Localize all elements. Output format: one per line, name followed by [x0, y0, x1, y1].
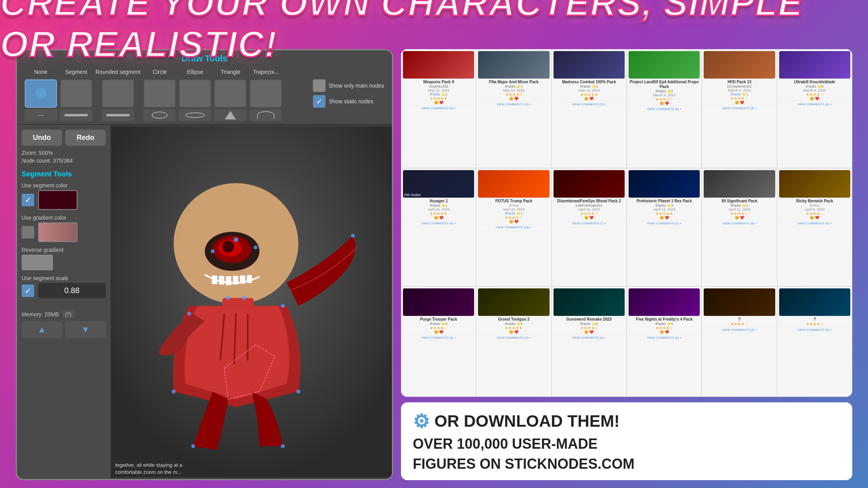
scale-value: 0.88	[38, 283, 106, 298]
card-author-10: iPacks ⭐3	[629, 204, 700, 207]
segment-color-swatch[interactable]	[38, 190, 77, 210]
card-reactions-11: 😊❤️	[704, 216, 775, 220]
draw-tools-row: None — Segment Rounded segment	[25, 66, 384, 121]
download-grid: Weapons Pack 9 Guylink1302 May 12, 2023 …	[401, 49, 852, 397]
view-comments-5[interactable]: VIEW COMMENTS (9) »	[704, 105, 775, 110]
view-comments-3[interactable]: VIEW COMMENTS (9) »	[554, 101, 625, 106]
show-static-nodes-row: ✓ Show static nodes	[313, 95, 384, 108]
card-stars-10: ★★★★★	[629, 211, 700, 216]
view-comments-17[interactable]: VIEW COMMENTS (9) »	[704, 327, 775, 332]
show-main-nodes-checkbox[interactable]	[313, 79, 326, 92]
bottom-buttons: ▲ ▼	[22, 321, 106, 338]
tool-none[interactable]: None —	[25, 66, 57, 121]
card-image-9	[554, 170, 625, 198]
card-title-18: ?	[779, 317, 850, 322]
tool-triangle[interactable]: Triangle	[214, 66, 246, 121]
segment-color-checkbox[interactable]: ✓	[22, 194, 34, 206]
rounded-segment-icon-small	[102, 109, 134, 121]
card-packs-5: iPacks ⭐1	[704, 92, 775, 96]
card-author-8: X-Y-Li	[478, 204, 549, 207]
card-reactions-4: 😊❤️	[629, 101, 700, 105]
view-comments-8[interactable]: VIEW COMMENTS (14) »	[478, 224, 549, 229]
svg-point-14	[211, 250, 215, 253]
card-reactions-16: 😊❤️	[629, 330, 700, 334]
show-main-nodes-label: Show only main nodes	[329, 83, 384, 89]
view-comments-18[interactable]: VIEW COMMENTS (9) »	[779, 327, 850, 332]
card-title-16: Five Nights at Freddy's 4 Pack	[629, 317, 700, 322]
use-segment-scale-label: Use segment scale	[22, 275, 106, 281]
redo-button[interactable]: Redo	[65, 130, 106, 146]
card-author-11: iPacks ⭐1	[704, 204, 775, 207]
view-comments-15[interactable]: VIEW COMMENTS (9) »	[554, 335, 625, 339]
svg-rect-9	[233, 276, 238, 284]
view-comments-1[interactable]: VIEW COMMENTS (9) »	[403, 105, 474, 110]
circle-icon-small	[143, 109, 176, 121]
view-comments-13[interactable]: VIEW COMMENTS (9) »	[403, 335, 474, 339]
view-comments-14[interactable]: VIEW COMMENTS (9) »	[478, 335, 549, 339]
gradient-color-checkbox[interactable]	[22, 226, 34, 238]
tool-rounded-segment[interactable]: Rounded segment	[96, 66, 140, 121]
left-sidebar: Undo Redo Zoom: 500% Node count: 375/384…	[17, 125, 111, 479]
bottom-btn-right[interactable]: ▼	[65, 321, 106, 338]
card-stars-18: ★★★★☆	[779, 322, 850, 326]
card-reactions-14: 😊❤️	[478, 330, 549, 334]
segment-color-row: ✓	[22, 190, 106, 210]
view-comments-2[interactable]: VIEW COMMENTS (9) »	[478, 101, 549, 106]
scale-checkbox[interactable]: ✓	[22, 284, 34, 297]
view-comments-11[interactable]: VIEW COMMENTS (9) »	[704, 220, 775, 225]
card-reactions-8: 😊❤️	[478, 220, 549, 224]
view-comments-6[interactable]: VIEW COMMENTS (9) »	[779, 101, 850, 106]
view-comments-9[interactable]: VIEW COMMENTS (7) »	[554, 220, 625, 225]
card-author-7: iPacks ⭐1	[403, 204, 474, 207]
none-icon-small: —	[25, 109, 57, 121]
undo-button[interactable]: Undo	[22, 130, 62, 146]
question-button[interactable]: (?)	[62, 310, 75, 318]
show-static-nodes-checkbox[interactable]: ✓	[313, 95, 326, 108]
download-card-12: Ricky Berwick Pack X-Y-Li April 6, 2023 …	[777, 168, 852, 286]
card-date-4: March 4, 2023	[629, 93, 700, 97]
card-author-3: iPacks ⭐3	[554, 84, 625, 88]
tool-segment[interactable]: Segment	[60, 66, 92, 121]
download-card-11: 50 Significant Pack iPacks ⭐1 April 11, …	[702, 168, 777, 286]
canvas-text-1: together, all while staying at a	[115, 462, 182, 468]
view-comments-12[interactable]: VIEW COMMENTS (9) »	[779, 220, 850, 225]
card-title-1: Weapons Pack 9	[403, 80, 474, 84]
download-card-18: ? ★★★★☆ VIEW COMMENTS (9) »	[777, 286, 852, 397]
card-image-15	[554, 288, 625, 316]
card-stars-3: ★★★★★	[554, 92, 625, 97]
card-author-12: X-Y-Li	[779, 204, 850, 207]
card-date-3: May 14, 2023	[554, 88, 625, 92]
card-stars-15: ★★★★☆	[554, 326, 625, 330]
card-author-15: iPacks ⭐0	[554, 322, 625, 326]
card-stars-1: ★★★★★	[403, 96, 474, 101]
svg-point-18	[187, 312, 191, 316]
download-card-7: 296 Nodes Voyager 1 iPacks ⭐1 April 16, …	[401, 168, 476, 286]
svg-point-15	[254, 246, 257, 250]
download-card-2: FNa Major And Minor Pack iPacks ⭐1 May 1…	[476, 49, 551, 168]
card-title-17: ?	[704, 317, 775, 322]
canvas-area[interactable]: together, all while staying at a comfort…	[111, 125, 392, 479]
use-gradient-color-label: Use gradient color	[22, 215, 106, 221]
card-stars-14: ★★★★★	[478, 326, 549, 330]
view-comments-16[interactable]: VIEW COMMENTS (9) »	[629, 335, 700, 339]
view-comments-4[interactable]: VIEW COMMENTS (9) »	[629, 106, 700, 111]
card-title-14: Grood Toolgun 2	[478, 317, 549, 322]
tool-trapezoid[interactable]: Trapezoi...	[250, 66, 282, 121]
tool-ellipse[interactable]: Ellipse	[179, 66, 211, 121]
card-date-8: April 15, 2023	[478, 207, 549, 211]
card-stars-5: ★★★★☆	[704, 96, 775, 101]
view-comments-7[interactable]: VIEW COMMENTS (9) »	[403, 220, 474, 225]
bottom-btn-left[interactable]: ▲	[22, 321, 62, 338]
none-icon	[35, 88, 46, 99]
card-author-4: iPacks ⭐2	[629, 89, 700, 93]
card-reactions-2: 😊❤️	[478, 97, 549, 101]
card-title-5: HFD Pack 13	[704, 80, 775, 84]
view-comments-10[interactable]: VIEW COMMENTS (9) »	[629, 220, 700, 225]
tool-circle[interactable]: Circle	[143, 66, 176, 121]
gradient-color-swatch[interactable]	[38, 222, 77, 242]
card-image-13	[403, 288, 474, 316]
triangle-icon-small	[214, 109, 246, 121]
card-reactions-15: 😊❤️	[554, 330, 625, 334]
card-title-13: Purge Trooper Pack	[403, 317, 474, 322]
card-stars-7: ★★★★★	[403, 211, 474, 216]
